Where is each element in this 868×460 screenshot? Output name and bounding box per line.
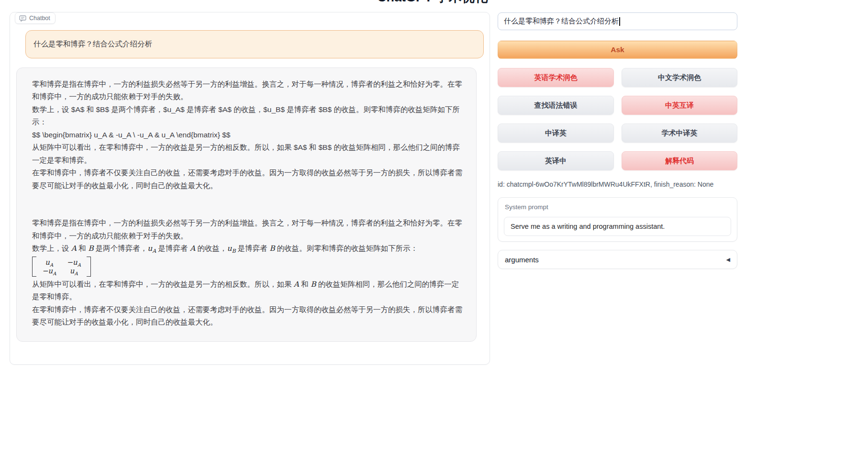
arguments-accordion-label: arguments: [505, 256, 539, 264]
bot-message-bubble: 零和博弈是指在博弈中，一方的利益损失必然等于另一方的利益增益。换言之，对于每一种…: [16, 67, 477, 342]
bot-paragraph: 从矩阵中可以看出，在零和博弈中，一方的收益是另一方的相反数。所以，如果 A 和 …: [32, 278, 464, 303]
ask-button[interactable]: Ask: [498, 41, 737, 59]
app-window: ChatGPT 学术优化 Chatbot 什么是零和博弈？结合公式介绍分析 零和…: [0, 0, 868, 460]
math-matrix: uA−uA−uAuA: [32, 257, 464, 277]
bot-paragraph: $$ \begin{bmatrix} u_A & -u_A \ -u_A & u…: [32, 129, 464, 142]
function-button-2[interactable]: 查找语法错误: [498, 96, 614, 115]
text-cursor: [619, 17, 620, 26]
response-status-line: id: chatcmpl-6wOo7KrYTwMl89lbrMWRu4UkFFX…: [498, 180, 737, 188]
chatbot-panel[interactable]: Chatbot 什么是零和博弈？结合公式介绍分析 零和博弈是指在博弈中，一方的利…: [10, 12, 490, 365]
system-prompt-card: System prompt Serve me as a writing and …: [498, 197, 737, 242]
function-button-3[interactable]: 中英互译: [622, 96, 737, 115]
bot-paragraph: 在零和博弈中，博弈者不仅要关注自己的收益，还需要考虑对手的收益。因为一方取得的收…: [32, 303, 464, 329]
function-button-1[interactable]: 中文学术润色: [622, 68, 737, 87]
question-input[interactable]: 什么是零和博弈？结合公式介绍分析: [498, 12, 737, 30]
bot-paragraph: 零和博弈是指在博弈中，一方的利益损失必然等于另一方的利益增益。换言之，对于每一种…: [32, 217, 464, 242]
bot-paragraph: 数学上，设 A 和 B 是两个博弈者，uA 是博弈者 A 的收益，uB 是博弈者…: [32, 242, 464, 255]
chat-message-list[interactable]: 什么是零和博弈？结合公式介绍分析 零和博弈是指在博弈中，一方的利益损失必然等于另…: [10, 12, 490, 364]
bot-paragraph: 数学上，设 $A$ 和 $B$ 是两个博弈者，$u_A$ 是博弈者 $A$ 的收…: [32, 103, 464, 129]
function-button-0[interactable]: 英语学术润色: [498, 68, 614, 87]
system-prompt-label: System prompt: [505, 203, 548, 211]
chatbot-label: Chatbot: [15, 12, 56, 24]
function-button-5[interactable]: 学术中译英: [622, 123, 737, 143]
function-button-6[interactable]: 英译中: [498, 151, 614, 170]
bot-paragraph: 零和博弈是指在博弈中，一方的利益损失必然等于另一方的利益增益。换言之，对于每一种…: [32, 78, 464, 103]
user-message-bubble: 什么是零和博弈？结合公式介绍分析: [25, 30, 484, 58]
ask-button-label: Ask: [611, 45, 624, 54]
function-button-grid: 英语学术润色中文学术润色查找语法错误中英互译中译英学术中译英英译中解释代码: [498, 68, 737, 170]
arguments-accordion[interactable]: arguments ◀: [498, 250, 737, 269]
chatbot-label-text: Chatbot: [29, 15, 50, 22]
question-input-value: 什么是零和博弈？结合公式介绍分析: [504, 17, 619, 26]
bot-message-section: 零和博弈是指在博弈中，一方的利益损失必然等于另一方的利益增益。换言之，对于每一种…: [32, 78, 464, 192]
function-button-7[interactable]: 解释代码: [622, 151, 737, 170]
system-prompt-input[interactable]: Serve me as a writing and programming as…: [504, 217, 731, 236]
function-button-4[interactable]: 中译英: [498, 123, 614, 143]
page-title: ChatGPT 学术优化: [377, 0, 488, 6]
bot-message-section: 零和博弈是指在博弈中，一方的利益损失必然等于另一方的利益增益。换言之，对于每一种…: [32, 217, 464, 329]
chat-bubble-icon: [19, 15, 26, 22]
accordion-collapse-icon: ◀: [726, 257, 730, 263]
user-message-text: 什么是零和博弈？结合公式介绍分析: [33, 40, 152, 48]
system-prompt-value: Serve me as a writing and programming as…: [511, 223, 665, 230]
bot-paragraph: 从矩阵中可以看出，在零和博弈中，一方的收益是另一方的相反数。所以，如果 $A$ …: [32, 141, 464, 167]
bot-paragraph: 在零和博弈中，博弈者不仅要关注自己的收益，还需要考虑对手的收益。因为一方取得的收…: [32, 167, 464, 192]
